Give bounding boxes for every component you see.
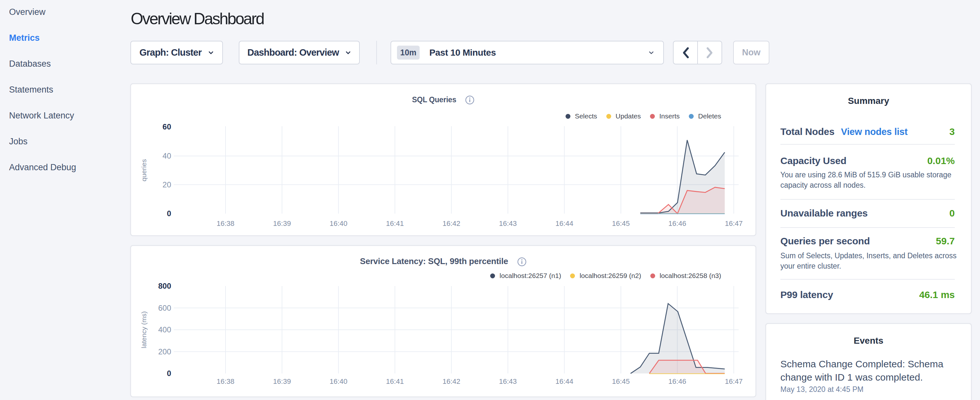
svg-text:40: 40 (162, 151, 171, 160)
svg-text:queries: queries (140, 159, 148, 182)
svg-text:16:44: 16:44 (555, 377, 573, 386)
svg-text:16:46: 16:46 (668, 220, 686, 228)
svg-text:latency (ms): latency (ms) (140, 311, 148, 348)
svg-text:16:43: 16:43 (499, 220, 517, 228)
svg-text:16:41: 16:41 (386, 220, 404, 228)
svg-text:20: 20 (162, 180, 171, 189)
svg-text:16:38: 16:38 (216, 220, 234, 228)
svg-text:800: 800 (158, 282, 171, 290)
svg-text:0: 0 (167, 209, 171, 218)
svg-text:16:40: 16:40 (330, 220, 347, 228)
svg-text:16:44: 16:44 (555, 220, 573, 228)
svg-text:600: 600 (158, 304, 171, 312)
svg-text:16:41: 16:41 (386, 377, 404, 386)
svg-text:16:42: 16:42 (442, 377, 460, 386)
svg-text:16:39: 16:39 (273, 377, 291, 386)
svg-text:200: 200 (158, 347, 171, 356)
svg-text:16:40: 16:40 (330, 377, 347, 386)
svg-text:16:47: 16:47 (725, 377, 743, 386)
svg-text:16:38: 16:38 (216, 377, 234, 386)
svg-text:400: 400 (158, 325, 171, 334)
svg-text:16:43: 16:43 (499, 377, 517, 386)
svg-text:60: 60 (162, 122, 171, 131)
svg-text:16:47: 16:47 (725, 220, 743, 228)
svg-text:16:42: 16:42 (442, 220, 460, 228)
svg-text:16:39: 16:39 (273, 220, 291, 228)
svg-text:0: 0 (167, 369, 171, 378)
svg-text:16:45: 16:45 (612, 377, 630, 386)
svg-text:16:45: 16:45 (612, 220, 630, 228)
svg-text:16:46: 16:46 (668, 377, 686, 386)
